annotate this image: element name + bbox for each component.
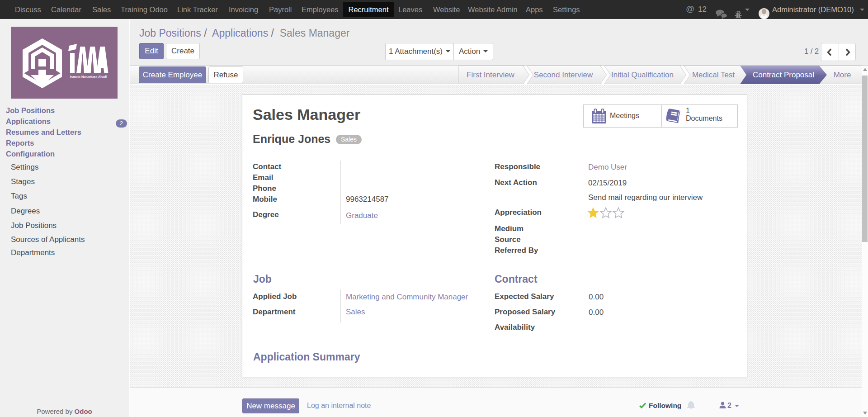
svg-text:Contract Proposal: Contract Proposal [753, 71, 814, 79]
svg-text:Second Interview: Second Interview [534, 71, 593, 79]
svg-text:More: More [834, 71, 851, 79]
svg-text:Ismata Nusantara Abadi: Ismata Nusantara Abadi [70, 75, 107, 79]
svg-text:Initial Qualification: Initial Qualification [611, 71, 674, 79]
svg-text:First Interview: First Interview [467, 71, 515, 79]
svg-text:Medical Test: Medical Test [692, 71, 735, 79]
